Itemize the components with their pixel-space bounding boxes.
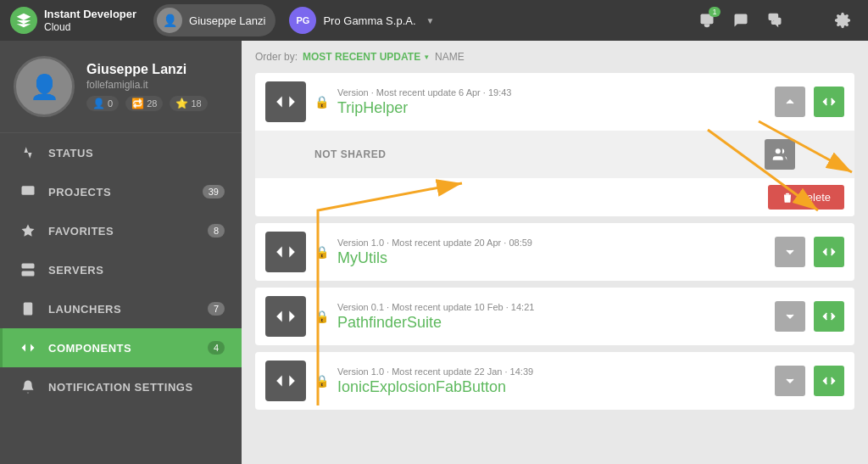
sidebar-item-notification-settings[interactable]: NOTIFICATION SETTINGS xyxy=(0,367,242,406)
lock-icon-pathfindersuite: 🔒 xyxy=(314,310,329,323)
favorites-icon xyxy=(19,223,36,238)
delete-button-triphelper[interactable]: Delete xyxy=(768,185,844,210)
component-title-ionicexplosion: IonicExplosionFabButton xyxy=(337,378,766,396)
card-expanded-triphelper: NOT SHARED xyxy=(255,131,854,178)
settings-button[interactable] xyxy=(827,5,858,36)
component-title-myutils: MyUtils xyxy=(337,249,766,267)
component-card-ionicexplosion: 🔒 Version 1.0 · Most recent update 22 Ja… xyxy=(255,352,854,410)
content-wrapper: Order by: MOST RECENT UPDATE NAME 🔒 Vers… xyxy=(242,41,868,464)
notifications-button[interactable]: 1 xyxy=(692,5,722,36)
list-button[interactable] xyxy=(793,5,824,36)
svg-marker-9 xyxy=(22,225,35,237)
projects-count: 39 xyxy=(203,185,225,198)
card-info-myutils: Version 1.0 · Most recent update 20 Apr … xyxy=(337,238,766,267)
navbar-org[interactable]: PG Pro Gamma S.p.A. ▼ xyxy=(289,7,434,34)
card-info-pathfindersuite: Version 0.1 · Most recent update 10 Feb … xyxy=(337,302,766,332)
org-name: Pro Gamma S.p.A. xyxy=(323,14,415,27)
launchers-icon xyxy=(19,301,36,316)
order-by-label: Order by: xyxy=(255,51,298,63)
content-area: Order by: MOST RECENT UPDATE NAME 🔒 Vers… xyxy=(242,41,868,427)
brand-logo-icon xyxy=(10,7,37,34)
stat-stars: ⭐ 18 xyxy=(170,96,207,111)
version-label-myutils: Version 1.0 · Most recent update 20 Apr … xyxy=(337,238,766,248)
launchers-count: 7 xyxy=(208,302,225,316)
order-recent-option[interactable]: MOST RECENT UPDATE xyxy=(303,51,430,63)
expand-button-myutils[interactable] xyxy=(775,237,805,267)
sidebar-item-servers[interactable]: SERVERS xyxy=(0,250,242,289)
profile-avatar: 👤 xyxy=(14,56,75,117)
sidebar-item-launchers[interactable]: LAUNCHERS 7 xyxy=(0,289,242,328)
chevron-down-icon[interactable]: ▼ xyxy=(426,16,435,25)
status-icon xyxy=(19,145,36,160)
component-icon-triphelper xyxy=(265,81,306,122)
sidebar-item-label-components: COMPONENTS xyxy=(48,342,196,355)
code-button-pathfindersuite[interactable] xyxy=(814,301,844,332)
sidebar-item-label-notification-settings: NOTIFICATION SETTINGS xyxy=(48,381,225,394)
profile-email: follefamiglia.it xyxy=(86,79,228,91)
favorites-count: 8 xyxy=(208,224,225,238)
component-card-triphelper: 🔒 Version · Most recent update 6 Apr · 1… xyxy=(255,73,854,216)
profile-name: Giuseppe Lanzi xyxy=(86,62,228,77)
org-badge: PG xyxy=(289,7,316,34)
component-card-pathfindersuite: 🔒 Version 0.1 · Most recent update 10 Fe… xyxy=(255,288,854,345)
chat-button[interactable] xyxy=(726,5,756,36)
navbar-user[interactable]: 👤 Giuseppe Lanzi xyxy=(153,4,275,36)
sidebar-item-projects[interactable]: PROJECTS 39 xyxy=(0,172,242,211)
card-main-row-pathfindersuite: 🔒 Version 0.1 · Most recent update 10 Fe… xyxy=(255,288,854,345)
main-layout: 👤 Giuseppe Lanzi follefamiglia.it 👤 0 🔁 … xyxy=(0,41,868,464)
lock-icon-triphelper: 🔒 xyxy=(314,95,329,109)
card-info-triphelper: Version · Most recent update 6 Apr · 19:… xyxy=(337,87,766,117)
svg-rect-14 xyxy=(24,303,33,316)
component-icon-ionicexplosion xyxy=(265,361,306,401)
expand-button-pathfindersuite[interactable] xyxy=(775,301,805,332)
avatar: 👤 xyxy=(157,8,182,33)
brand-text: Instant Developer Cloud xyxy=(44,8,136,33)
navbar-username: Giuseppe Lanzi xyxy=(189,14,265,27)
svg-point-16 xyxy=(776,148,781,154)
stat-connections: 🔁 28 xyxy=(125,96,163,111)
projects-icon xyxy=(19,184,36,199)
sidebar-item-label-servers: SERVERS xyxy=(48,264,225,277)
sidebar-item-components[interactable]: COMPONENTS 4 xyxy=(0,328,242,367)
order-bar: Order by: MOST RECENT UPDATE NAME xyxy=(255,51,854,63)
lock-icon-ionicexplosion: 🔒 xyxy=(314,374,329,388)
not-shared-label: NOT SHARED xyxy=(314,148,386,160)
component-icon-myutils xyxy=(265,232,306,272)
sidebar-item-favorites[interactable]: FAVORITES 8 xyxy=(0,211,242,250)
components-count: 4 xyxy=(208,341,225,355)
sidebar-item-status[interactable]: STATUS xyxy=(0,133,242,172)
servers-icon xyxy=(19,262,36,277)
card-delete-row-triphelper: Delete xyxy=(255,178,854,216)
connections-icon: 🔁 xyxy=(131,98,144,109)
component-title-pathfindersuite: PathfinderSuite xyxy=(337,314,766,332)
navbar: Instant Developer Cloud 👤 Giuseppe Lanzi… xyxy=(0,0,868,41)
version-label-triphelper: Version · Most recent update 6 Apr · 19:… xyxy=(337,87,766,98)
profile-info: Giuseppe Lanzi follefamiglia.it 👤 0 🔁 28… xyxy=(86,62,228,111)
stat-followers: 👤 0 xyxy=(86,96,119,111)
share-button-triphelper[interactable] xyxy=(765,139,795,170)
code-button-myutils[interactable] xyxy=(814,237,844,267)
expand-button-ionicexplosion[interactable] xyxy=(775,366,805,396)
collapse-button-triphelper[interactable] xyxy=(775,87,805,117)
card-main-row-triphelper: 🔒 Version · Most recent update 6 Apr · 1… xyxy=(255,73,854,131)
notification-settings-icon xyxy=(19,379,36,394)
card-main-row-ionicexplosion: 🔒 Version 1.0 · Most recent update 22 Ja… xyxy=(255,352,854,410)
notification-badge: 1 xyxy=(709,7,721,17)
component-title-triphelper: TripHelper xyxy=(337,99,766,117)
code-button-ionicexplosion[interactable] xyxy=(814,366,844,396)
order-name-option[interactable]: NAME xyxy=(435,51,465,63)
svg-rect-8 xyxy=(22,186,35,195)
sidebar: 👤 Giuseppe Lanzi follefamiglia.it 👤 0 🔁 … xyxy=(0,41,242,464)
navbar-actions: 1 xyxy=(692,5,858,36)
version-label-ionicexplosion: Version 1.0 · Most recent update 22 Jan … xyxy=(337,366,766,377)
sidebar-item-label-projects: PROJECTS xyxy=(48,186,191,198)
svg-rect-10 xyxy=(22,264,35,269)
comments-button[interactable] xyxy=(760,5,790,36)
component-icon-pathfindersuite xyxy=(265,296,306,337)
svg-rect-11 xyxy=(22,271,35,277)
component-card-myutils: 🔒 Version 1.0 · Most recent update 20 Ap… xyxy=(255,223,854,281)
sidebar-item-label-launchers: LAUNCHERS xyxy=(48,303,196,316)
lock-icon-myutils: 🔒 xyxy=(314,245,329,259)
code-button-triphelper[interactable] xyxy=(814,87,844,117)
card-info-ionicexplosion: Version 1.0 · Most recent update 22 Jan … xyxy=(337,366,766,396)
